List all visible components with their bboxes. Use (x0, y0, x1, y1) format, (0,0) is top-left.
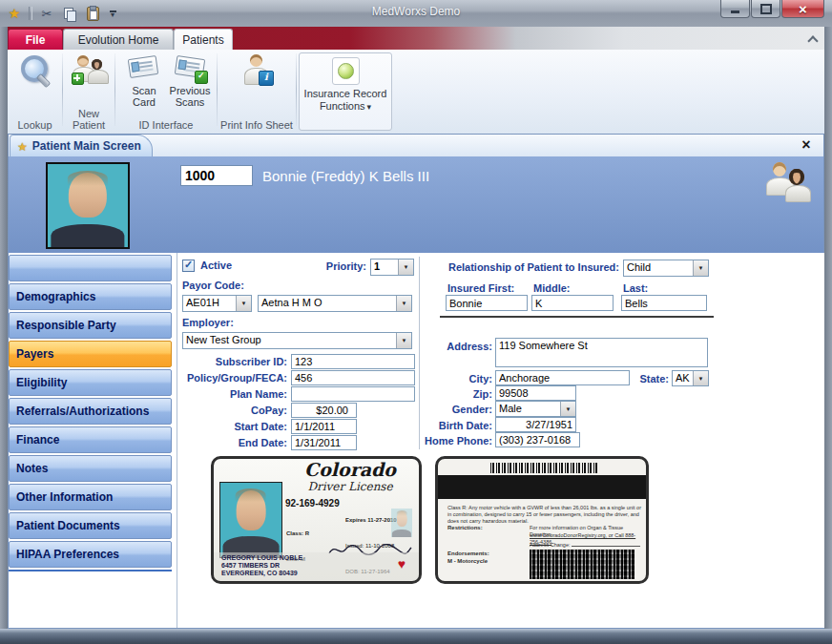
copay-label: CoPay: (177, 405, 287, 416)
patient-photo[interactable] (46, 162, 130, 249)
tab-patient-main-screen[interactable]: Patient Main Screen (10, 135, 153, 156)
payers-form: Active Priority: 1 Payor Code: AE01H Aet… (177, 253, 825, 628)
gender-select[interactable]: Male (495, 401, 576, 417)
ribbon: Lookup New Patient (8, 50, 824, 135)
document-tab-strip: Patient Main Screen (9, 135, 823, 157)
dropdown-arrow-icon (365, 100, 372, 112)
address-change-line (572, 546, 640, 547)
payor-name-select[interactable]: Aetna H M O (258, 295, 412, 312)
ribbon-tab-strip: File Evolution Home Patients (0, 27, 832, 50)
license-doc-type: Driver License (281, 480, 420, 493)
priority-select[interactable]: 1 (370, 259, 414, 276)
city-input[interactable] (495, 370, 630, 385)
license-back-image[interactable]: Class R: Any motor vehicle with a GVWR o… (435, 456, 649, 584)
sidebar-item-responsible-party[interactable]: Responsible Party (9, 312, 172, 339)
lookup-button[interactable] (8, 53, 62, 88)
employer-select[interactable]: New Test Group (182, 332, 412, 349)
tab-evolution-home[interactable]: Evolution Home (63, 29, 174, 51)
relationship-select[interactable]: Child (623, 260, 709, 277)
magnetic-stripe (438, 475, 646, 499)
license-ghost-photo (391, 509, 412, 537)
policy-group-feca-input[interactable] (291, 370, 415, 385)
print-info-sheet-button[interactable] (218, 53, 296, 88)
window-frame-left (0, 27, 8, 629)
end-date-input[interactable] (291, 435, 357, 450)
employer-label: Employer: (182, 317, 234, 328)
tab-patients[interactable]: Patients (174, 29, 233, 51)
ribbon-group-caption: Print Info Sheet (218, 119, 296, 131)
state-select[interactable]: AK (672, 370, 709, 386)
maximize-icon[interactable] (751, 0, 780, 18)
plan-name-label: Plan Name: (177, 388, 287, 400)
subscriber-id-input[interactable] (291, 354, 415, 369)
barcode-1d (490, 463, 597, 473)
window-title: MedWorxs Demo (0, 5, 832, 18)
ribbon-group-print-info-sheet: Print Info Sheet (218, 50, 296, 134)
dropdown-arrow-icon (396, 296, 411, 311)
insurance-orb-icon (332, 57, 360, 85)
close-icon[interactable] (781, 0, 824, 18)
payor-code-label: Payor Code: (182, 280, 244, 291)
insured-first-input[interactable] (446, 295, 528, 311)
close-patient-screen-icon[interactable] (799, 136, 814, 152)
section-divider (440, 316, 714, 318)
start-date-input[interactable] (291, 419, 357, 434)
insurance-record-functions-button[interactable]: Insurance Record Functions (299, 52, 392, 131)
active-label: Active (200, 260, 232, 271)
state-label: State: (634, 373, 669, 384)
sidebar-item-notes[interactable]: Notes (9, 455, 172, 482)
endorsements-value: M - Motorcycle (447, 558, 488, 565)
license-front-image[interactable]: Colorado Driver License 92-169-4929 Clas… (211, 456, 422, 584)
middle-input[interactable] (531, 295, 614, 311)
ribbon-group-caption: New Patient (63, 108, 114, 131)
plan-name-input[interactable] (291, 386, 415, 402)
start-date-label: Start Date: (177, 421, 287, 432)
relationship-label: Relationship of Patient to Insured: (421, 261, 619, 273)
patient-body: Demographics Responsible Party Payers El… (9, 253, 823, 628)
license-photo (219, 482, 282, 558)
insured-first-label: Insured First: (447, 282, 514, 294)
restrictions-label: Restrictions: (447, 525, 483, 531)
print-info-sheet-icon (239, 53, 274, 88)
dropdown-arrow-icon (693, 371, 708, 385)
sidebar-item-finance[interactable]: Finance (9, 426, 172, 453)
zip-input[interactable] (495, 385, 576, 401)
patient-main-screen-panel: Patient Main Screen Bonnie (Freddy) K Be… (8, 134, 824, 629)
donor-heart-icon (398, 556, 406, 571)
sidebar-item-demographics[interactable]: Demographics (9, 283, 172, 310)
ribbon-collapse-icon[interactable] (807, 34, 819, 44)
address-input[interactable]: 119 Somewhere St (495, 338, 708, 367)
license-class-text: Class R: Any motor vehicle with a GVWR o… (447, 505, 641, 525)
end-date-label: End Date: (177, 437, 287, 448)
patient-header: Bonnie (Freddy) K Bells III (9, 156, 823, 253)
sidebar-item-blank[interactable] (9, 255, 172, 281)
sidebar-item-other-information[interactable]: Other Information (9, 484, 172, 510)
copay-input[interactable] (291, 403, 357, 418)
sidebar-item-hipaa-preferences[interactable]: HIPAA Preferences (9, 541, 172, 568)
sidebar-item-referrals-authorizations[interactable]: Referrals/Authorizations (9, 398, 172, 425)
address-label: Address: (406, 341, 492, 352)
sidebar-item-eligibility[interactable]: Eligibility (9, 369, 172, 396)
priority-label: Priority: (292, 260, 366, 272)
scan-card-button[interactable]: Scan Card (121, 53, 167, 108)
dropdown-arrow-icon (693, 260, 708, 276)
birth-date-input[interactable] (495, 417, 576, 432)
window-controls (719, 0, 824, 18)
scan-card-icon (128, 53, 160, 82)
active-checkbox[interactable] (182, 260, 195, 272)
minimize-icon[interactable] (720, 0, 750, 18)
new-patient-icon (70, 53, 108, 88)
home-phone-input[interactable] (495, 432, 580, 447)
previous-scans-button[interactable]: Previous Scans (167, 53, 213, 108)
ribbon-group-lookup: Lookup (8, 50, 62, 134)
dropdown-arrow-icon (398, 260, 413, 275)
patient-id-input[interactable] (180, 165, 253, 186)
address-change-label: Address Change: (530, 542, 571, 549)
tab-file[interactable]: File (8, 29, 63, 51)
last-input[interactable] (621, 295, 707, 311)
sidebar-item-payers[interactable]: Payers (9, 341, 172, 367)
sidebar-item-patient-documents[interactable]: Patient Documents (9, 512, 172, 539)
new-patient-button[interactable] (63, 53, 114, 88)
last-label: Last: (623, 282, 648, 294)
payor-code-select[interactable]: AE01H (182, 295, 252, 312)
